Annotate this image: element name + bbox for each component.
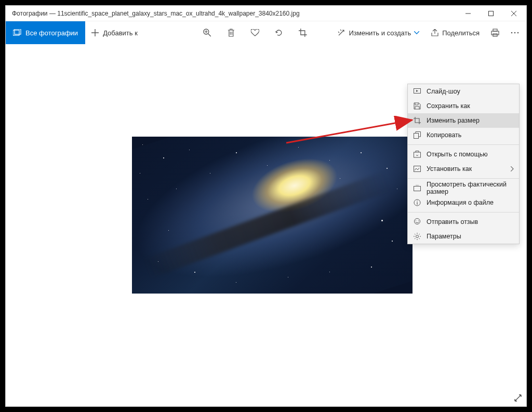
displayed-photo[interactable] (132, 137, 413, 294)
copy-icon (413, 131, 421, 139)
svg-point-12 (514, 32, 516, 34)
toolbar: Все фотографии Добавить к (6, 21, 526, 44)
menu-open-with[interactable]: Открыть с помощью (408, 147, 519, 162)
edit-create-label: Изменить и создать (349, 29, 411, 37)
add-to-label: Добавить к (103, 29, 138, 37)
svg-rect-16 (414, 152, 421, 157)
svg-rect-18 (414, 187, 421, 191)
right-tools: Изменить и создать Поделиться (334, 25, 526, 40)
menu-separator (408, 178, 519, 179)
photos-app-window: Фотографии — 11scientific_space_planet_g… (5, 5, 527, 407)
zoom-button[interactable] (200, 25, 215, 40)
close-icon (511, 11, 516, 16)
feedback-icon (413, 218, 421, 226)
info-icon (413, 198, 421, 207)
menu-actual-size[interactable]: Просмотреть фактический размер (408, 181, 519, 195)
delete-button[interactable] (224, 25, 238, 40)
crop-icon (299, 29, 307, 37)
svg-point-22 (415, 219, 420, 224)
share-button[interactable]: Поделиться (428, 27, 483, 39)
gallery-icon (13, 29, 21, 36)
center-tools (200, 25, 310, 40)
svg-rect-9 (491, 31, 499, 35)
resize-grip-icon (514, 394, 522, 402)
close-button[interactable] (502, 6, 525, 21)
heart-icon (251, 29, 259, 36)
all-photos-button[interactable]: Все фотографии (6, 21, 85, 44)
open-with-icon (413, 150, 421, 158)
chevron-down-icon (414, 31, 419, 34)
more-menu: Слайд-шоу Сохранить как Изменить размер … (407, 84, 520, 244)
titlebar: Фотографии — 11scientific_space_planet_g… (6, 6, 526, 21)
svg-point-13 (517, 32, 519, 34)
actual-size-icon (413, 184, 421, 192)
menu-file-info[interactable]: Информация о файле (408, 195, 519, 210)
window-title: Фотографии — 11scientific_space_planet_g… (12, 10, 457, 17)
favorite-button[interactable] (248, 25, 262, 40)
svg-rect-1 (489, 11, 494, 16)
menu-resize[interactable]: Изменить размер (408, 113, 519, 128)
menu-separator (408, 144, 519, 145)
resize-icon (413, 116, 421, 125)
svg-point-23 (416, 220, 416, 221)
svg-point-24 (418, 220, 419, 221)
menu-save-as[interactable]: Сохранить как (408, 99, 519, 113)
more-button[interactable] (508, 25, 522, 40)
all-photos-label: Все фотографии (25, 29, 78, 37)
svg-line-5 (208, 34, 211, 36)
window-controls (457, 6, 525, 21)
zoom-icon (203, 29, 211, 37)
trash-icon (228, 29, 235, 37)
maximize-button[interactable] (480, 6, 502, 21)
add-to-button[interactable]: Добавить к (85, 21, 144, 44)
rotate-icon (275, 29, 283, 37)
chevron-right-icon (511, 166, 514, 171)
menu-send-feedback[interactable]: Отправить отзыв (408, 215, 519, 229)
resize-handle[interactable] (514, 394, 523, 403)
content-area: Слайд-шоу Сохранить как Изменить размер … (6, 44, 526, 406)
svg-point-20 (417, 201, 418, 202)
crop-button[interactable] (296, 25, 310, 40)
menu-copy[interactable]: Копировать (408, 128, 519, 142)
share-label: Поделиться (442, 29, 480, 37)
maximize-icon (488, 11, 494, 16)
svg-rect-15 (414, 134, 419, 139)
magic-wand-icon (337, 29, 345, 37)
plus-icon (91, 29, 99, 36)
minimize-button[interactable] (457, 6, 480, 21)
share-icon (431, 29, 439, 36)
slideshow-icon (413, 87, 421, 96)
svg-point-25 (416, 235, 419, 238)
set-as-icon (413, 165, 421, 173)
gear-icon (413, 232, 421, 241)
svg-point-11 (511, 32, 513, 34)
menu-slideshow[interactable]: Слайд-шоу (408, 84, 519, 99)
save-icon (413, 102, 421, 110)
menu-settings[interactable]: Параметры (408, 229, 519, 244)
rotate-button[interactable] (272, 25, 286, 40)
svg-rect-17 (414, 166, 421, 172)
print-icon (491, 29, 499, 37)
print-button[interactable] (488, 25, 502, 40)
minimize-icon (466, 11, 471, 16)
menu-separator (408, 212, 519, 212)
menu-set-as[interactable]: Установить как (408, 162, 519, 176)
edit-create-button[interactable]: Изменить и создать (334, 26, 422, 39)
ellipsis-icon (511, 32, 519, 34)
